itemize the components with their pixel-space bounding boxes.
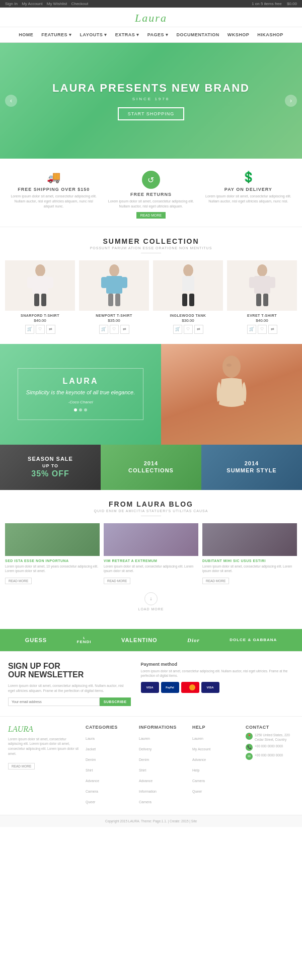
brand-fendi[interactable]: ⍳FENDI	[77, 636, 92, 644]
info-link[interactable]: Lauren	[139, 737, 150, 740]
category-link[interactable]: Queer	[86, 800, 95, 804]
help-link[interactable]: Camera	[192, 779, 205, 783]
svg-rect-20	[256, 294, 261, 306]
blog-post-image	[202, 523, 297, 556]
svg-rect-13	[182, 276, 194, 291]
quote-right	[161, 344, 302, 445]
top-bar: Sign In My Account My Wishlist Checkout …	[0, 0, 302, 8]
list-item: Information	[139, 786, 187, 795]
quote-dot[interactable]	[79, 408, 82, 411]
product-wishlist-button[interactable]: ♡	[184, 325, 193, 334]
newsletter-submit-button[interactable]: SUBSCRIBE	[100, 697, 131, 706]
blog-read-more-link[interactable]: READ MORE	[5, 578, 32, 584]
top-bar-left: Sign In My Account My Wishlist Checkout	[5, 2, 91, 6]
product-price: $40.00	[227, 318, 297, 323]
category-link[interactable]: Jacket	[86, 747, 96, 751]
footer-read-more-link[interactable]: READ MORE	[8, 763, 35, 769]
nav-features[interactable]: FEATURES ▾	[37, 30, 76, 39]
product-card: NEWPORT T-SHIRT $35.00 🛒 ♡ ⇄	[79, 260, 149, 334]
hero-section: ‹ LAURA PRESENTS NEW BRAND SINCE 1978 ST…	[0, 43, 302, 159]
product-cart-button[interactable]: 🛒	[99, 325, 108, 334]
hero-cta-button[interactable]: START SHOPPING	[118, 107, 185, 120]
info-link[interactable]: Shirt	[139, 768, 146, 772]
quote-dot[interactable]	[84, 408, 87, 411]
svg-rect-18	[249, 277, 255, 288]
brand-guess[interactable]: GUESS	[25, 637, 47, 643]
info-link[interactable]: Information	[139, 790, 157, 793]
contact-phone-item: 📞 +00 000 0000 0000	[246, 744, 294, 751]
newsletter-email-input[interactable]	[8, 697, 100, 706]
product-cart-button[interactable]: 🛒	[173, 325, 182, 334]
list-item: My Account	[192, 743, 241, 752]
product-name: SNARFORD T-SHIRT	[5, 314, 75, 317]
blog-read-more-link[interactable]: READ MORE	[202, 578, 229, 584]
svg-point-22	[222, 356, 241, 378]
nav-hikashop[interactable]: HIKASHOP	[253, 30, 287, 39]
category-link[interactable]: Denim	[86, 758, 96, 761]
hero-content: LAURA PRESENTS NEW BRAND SINCE 1978 STAR…	[52, 82, 250, 120]
blog-read-more-link[interactable]: READ MORE	[104, 578, 130, 584]
footer-info-col: Informations Lauren Delivery Denim Shirt…	[139, 725, 187, 807]
nav-pages[interactable]: PAGES ▾	[143, 30, 173, 39]
help-link[interactable]: Lauren	[192, 737, 203, 740]
category-link[interactable]: Advance	[86, 779, 99, 783]
info-link[interactable]: Camera	[139, 800, 152, 804]
product-wishlist-button[interactable]: ♡	[36, 325, 45, 334]
product-compare-button[interactable]: ⇄	[120, 325, 129, 334]
help-link[interactable]: Help	[192, 768, 199, 772]
account-link[interactable]: My Account	[22, 2, 42, 6]
nav-home[interactable]: HOME	[15, 30, 37, 39]
nav-documentation[interactable]: DOCUMENTATION	[173, 30, 223, 39]
product-cart-button[interactable]: 🛒	[25, 325, 34, 334]
blog-post-image	[5, 523, 100, 556]
list-item: Lauren	[139, 733, 187, 742]
info-link[interactable]: Delivery	[139, 747, 152, 751]
wishlist-link[interactable]: My Wishlist	[47, 2, 67, 6]
category-link[interactable]: Laura	[86, 737, 95, 740]
payment-text: Lorem ipsum dolor sit amet, consectetur …	[141, 669, 294, 678]
nav-layouts[interactable]: LAYOUTS ▾	[76, 30, 111, 39]
nav-extras[interactable]: EXTRAS ▾	[111, 30, 143, 39]
category-link[interactable]: Camera	[86, 790, 98, 793]
promo-banner-collections[interactable]: 2014COLLECTIONS	[101, 445, 201, 490]
signin-link[interactable]: Sign In	[5, 2, 18, 6]
quote-dot[interactable]	[74, 408, 77, 411]
help-link[interactable]: My Account	[192, 747, 210, 751]
product-compare-button[interactable]: ⇄	[194, 325, 203, 334]
info-link[interactable]: Advance	[139, 779, 153, 783]
product-wishlist-button[interactable]: ♡	[110, 325, 119, 334]
site-logo[interactable]: Laura	[0, 12, 302, 25]
product-image	[79, 260, 149, 311]
contact-phone: +00 000 0000 0000	[255, 744, 283, 748]
svg-point-0	[35, 264, 45, 276]
shipping-title: FREE SHIPPING OVER $150	[10, 187, 97, 192]
promo-banner-style[interactable]: 2014SUMMER STYLE	[201, 445, 302, 490]
hero-prev-button[interactable]: ‹	[5, 95, 17, 107]
product-compare-button[interactable]: ⇄	[268, 325, 277, 334]
brand-dolce-gabbana[interactable]: DOLCE & GABBANA	[230, 638, 277, 642]
product-wishlist-button[interactable]: ♡	[258, 325, 267, 334]
help-link[interactable]: Advance	[192, 758, 206, 761]
promo-banner-sale[interactable]: SEASON SALEUP TO35% OFF	[0, 445, 101, 490]
brand-dior[interactable]: Dior	[187, 637, 200, 643]
product-figure	[25, 263, 55, 308]
list-item: Denim	[86, 754, 134, 763]
help-link[interactable]: Queer	[192, 790, 202, 793]
returns-icon: ↺	[142, 171, 160, 189]
checkout-link[interactable]: Checkout	[71, 2, 88, 6]
product-cart-button[interactable]: 🛒	[247, 325, 256, 334]
product-compare-button[interactable]: ⇄	[46, 325, 55, 334]
hero-next-button[interactable]: ›	[285, 95, 297, 107]
nav-wkshop[interactable]: WKSHOP	[223, 30, 254, 39]
brand-valentino[interactable]: VALENTINO	[121, 637, 158, 643]
category-link[interactable]: Shirt	[86, 768, 93, 772]
load-more-button[interactable]: ↓	[144, 592, 158, 605]
email-icon: ✉	[246, 753, 253, 760]
phone-icon: 📞	[246, 744, 253, 751]
svg-rect-19	[269, 277, 275, 288]
returns-link[interactable]: READ MORE	[136, 212, 166, 219]
info-link[interactable]: Denim	[139, 758, 149, 761]
footer-help-col: Help Lauren My Account Advance Help Came…	[192, 725, 241, 807]
promo-text-style: 2014SUMMER STYLE	[226, 460, 276, 473]
svg-rect-11	[115, 294, 120, 306]
